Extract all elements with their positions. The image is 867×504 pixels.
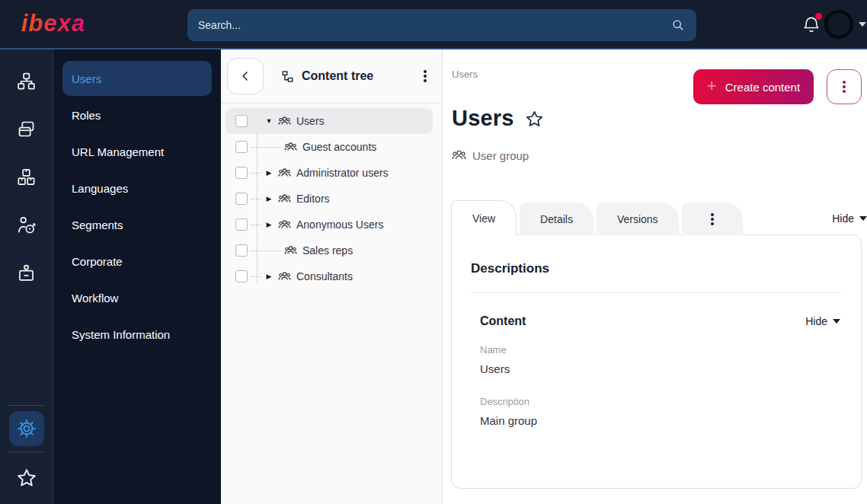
search-input[interactable] bbox=[198, 19, 670, 31]
tree-item-guest-accounts[interactable]: Guest accounts bbox=[226, 134, 433, 160]
caret-down-icon bbox=[833, 319, 840, 324]
tree-checkbox[interactable] bbox=[235, 141, 248, 153]
tree-item-administrator-users[interactable]: ▶ Administrator users bbox=[226, 160, 433, 186]
content-cards-icon bbox=[16, 119, 37, 139]
rail-item-personalization[interactable] bbox=[0, 201, 53, 249]
content-tree-title-text: Content tree bbox=[302, 69, 373, 83]
top-bar: ibexa bbox=[0, 0, 867, 49]
sidebar-item-segments[interactable]: Segments bbox=[62, 207, 212, 242]
user-group-icon bbox=[284, 244, 297, 257]
avatar[interactable] bbox=[824, 10, 853, 39]
tab-more-options[interactable] bbox=[682, 203, 743, 235]
sidebar-item-system-information[interactable]: System Information bbox=[62, 317, 212, 352]
sidebar-item-users[interactable]: Users bbox=[62, 61, 212, 96]
tree-item-sales-reps[interactable]: Sales reps bbox=[226, 238, 433, 263]
hide-content-toggle[interactable]: Hide bbox=[805, 315, 840, 327]
rail-item-content-structure[interactable] bbox=[0, 57, 53, 105]
tree-connector-stub bbox=[251, 173, 261, 174]
collapse-tree-button[interactable] bbox=[227, 58, 264, 94]
tree-checkbox[interactable] bbox=[235, 193, 248, 205]
user-menu[interactable] bbox=[824, 10, 866, 39]
tab-versions[interactable]: Versions bbox=[597, 203, 679, 235]
kebab-icon bbox=[843, 79, 846, 94]
sitemap-icon bbox=[16, 71, 37, 91]
hide-tabs-toggle[interactable]: Hide bbox=[832, 212, 867, 225]
bookmark-button[interactable] bbox=[524, 109, 545, 129]
content-tree-icon bbox=[280, 69, 295, 84]
caret-expanded-icon[interactable]: ▼ bbox=[263, 117, 275, 125]
content-tree-title: Content tree bbox=[280, 69, 373, 84]
sidebar-item-label: Segments bbox=[72, 219, 123, 231]
more-options-button[interactable] bbox=[827, 69, 862, 104]
breadcrumb[interactable]: Users bbox=[452, 69, 478, 80]
rail-divider-top bbox=[8, 405, 45, 406]
notification-dot bbox=[815, 13, 822, 20]
tree-item-anonymous-users[interactable]: ▶ Anonymous Users bbox=[226, 212, 433, 238]
rail-item-bookmarks[interactable] bbox=[0, 457, 53, 499]
tab-view[interactable]: View bbox=[451, 200, 517, 236]
personalization-target-icon bbox=[16, 215, 37, 235]
tree-item-label: Administrator users bbox=[296, 167, 389, 179]
tree-item-label: Sales reps bbox=[302, 244, 353, 257]
tab-details[interactable]: Details bbox=[520, 203, 593, 235]
hide-label: Hide bbox=[805, 315, 827, 327]
tree-connector-stub bbox=[251, 147, 281, 148]
rail-item-corporate[interactable] bbox=[0, 249, 53, 297]
tree-checkbox[interactable] bbox=[235, 270, 248, 282]
user-group-icon bbox=[278, 167, 291, 180]
tree-item-users[interactable]: ▼ Users bbox=[226, 108, 433, 134]
sidebar-item-url-management[interactable]: URL Management bbox=[62, 134, 212, 169]
caret-collapsed-icon[interactable]: ▶ bbox=[263, 169, 275, 177]
content-tree-panel: Content tree ▼ Users bbox=[221, 49, 443, 504]
rail-divider-bottom bbox=[8, 451, 45, 452]
app-window: ibexa bbox=[0, 0, 867, 504]
tree-item-consultants[interactable]: ▶ Consultants bbox=[226, 263, 433, 289]
tree-checkbox[interactable] bbox=[235, 167, 248, 179]
rail-item-admin-settings[interactable] bbox=[9, 411, 44, 446]
sidebar-item-corporate[interactable]: Corporate bbox=[62, 244, 212, 279]
content-tree-header: Content tree bbox=[221, 49, 442, 103]
caret-collapsed-icon[interactable]: ▶ bbox=[263, 273, 275, 280]
rail-item-content-list[interactable] bbox=[0, 105, 53, 153]
sidebar-item-label: Languages bbox=[72, 182, 128, 195]
tab-bar: View Details Versions Hide bbox=[451, 199, 867, 235]
user-group-icon bbox=[278, 193, 291, 206]
field-name: Name Users bbox=[480, 344, 842, 375]
chevron-down-icon bbox=[859, 22, 866, 27]
hide-label: Hide bbox=[832, 212, 854, 225]
tree-connector-stub bbox=[251, 199, 261, 199]
tree-item-editors[interactable]: ▶ Editors bbox=[226, 186, 433, 212]
packages-icon bbox=[16, 167, 37, 187]
ibexa-logo[interactable]: ibexa bbox=[21, 10, 85, 37]
tree-checkbox[interactable] bbox=[235, 244, 248, 257]
tree-checkbox[interactable] bbox=[235, 219, 248, 231]
user-group-icon bbox=[278, 219, 291, 231]
tree-item-label: Editors bbox=[296, 193, 330, 205]
sidebar-item-languages[interactable]: Languages bbox=[62, 171, 212, 206]
settings-gear-icon bbox=[16, 418, 37, 439]
global-search[interactable] bbox=[187, 9, 696, 41]
tree-item-label: Guest accounts bbox=[302, 141, 376, 153]
kebab-icon bbox=[711, 212, 714, 227]
rail-item-modules[interactable] bbox=[0, 153, 53, 201]
tree-item-label: Anonymous Users bbox=[296, 219, 383, 231]
sidebar-item-label: URL Management bbox=[72, 145, 164, 158]
star-outline-icon bbox=[524, 109, 545, 129]
tree-connector-stub bbox=[251, 276, 261, 277]
section-divider bbox=[471, 292, 842, 293]
user-group-icon bbox=[278, 115, 291, 128]
caret-collapsed-icon[interactable]: ▶ bbox=[263, 195, 275, 203]
notifications-button[interactable] bbox=[801, 14, 823, 36]
tree-checkbox[interactable] bbox=[235, 115, 248, 127]
tree-options-button[interactable] bbox=[421, 65, 430, 87]
kebab-icon bbox=[424, 70, 427, 82]
sidebar-item-label: System Information bbox=[72, 328, 170, 341]
main-nav-rail bbox=[0, 49, 53, 504]
caret-down-icon bbox=[859, 216, 867, 221]
create-content-button[interactable]: + Create content bbox=[693, 69, 814, 104]
bookmarks-star-icon bbox=[15, 467, 38, 490]
caret-collapsed-icon[interactable]: ▶ bbox=[263, 221, 275, 228]
sidebar-item-workflow[interactable]: Workflow bbox=[62, 280, 212, 315]
section-title-descriptions: Descriptions bbox=[471, 261, 842, 276]
sidebar-item-roles[interactable]: Roles bbox=[62, 97, 212, 132]
